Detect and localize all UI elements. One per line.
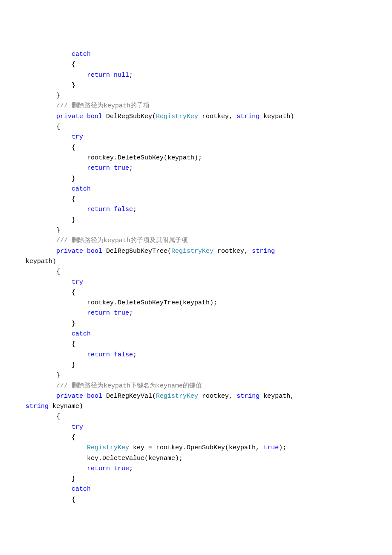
keyword-private: private [26,248,87,255]
param: keypath, [259,393,298,400]
code-line: { [26,196,75,203]
comment-text: 的子项 [130,102,150,110]
code-line: return false; [26,206,137,213]
code-line: } [26,82,75,89]
code-page: catch { return null; } } /// 删除路径为keypat… [0,0,392,555]
semicolon: ; [133,206,137,213]
method-name: DelRegSubKeyTree( [102,248,171,255]
keyword-catch: catch [26,330,91,338]
code-line: } [26,361,75,369]
code-line: private bool DelRegKeyVal(RegistryKey ro… [26,393,298,400]
keyword-string: string [236,393,259,400]
code-line: try [26,279,83,286]
code-line: catch [26,51,91,58]
code-text: ); [279,444,286,451]
comment-text: keyname [156,382,183,390]
code-line: rootkey.DeleteSubKey(keypath); [26,154,202,162]
comment-text: keypath [104,237,130,244]
keyword-try: try [26,279,83,286]
code-text: key = rootkey.OpenSubKey(keypath, [129,444,263,451]
code-line: private bool DelRegSubKeyTree(RegistryKe… [26,248,279,255]
type-registrykey: RegistryKey [156,113,198,120]
keyword-bool: bool [87,113,102,120]
code-line: } [26,175,75,182]
semicolon: ; [133,351,137,358]
code-line: /// 删除路径为keypath下键名为keyname的键值 [26,382,202,390]
comment-text: keypath [104,102,130,110]
keyword-true: true [114,465,129,472]
code-line: return false; [26,351,137,358]
code-line: key.DeleteValue(keyname); [26,455,183,462]
code-line: } [26,320,75,327]
code-line: { [26,434,75,441]
code-line: } [26,227,60,234]
param: keyname) [49,403,83,410]
code-line: return true; [26,165,133,172]
semicolon: ; [129,165,133,172]
comment-text: 的子项及其附属子项 [130,237,188,244]
param: rootkey, [198,113,236,120]
keyword-return: return [26,309,114,317]
code-line: /// 删除路径为keypath的子项 [26,102,150,110]
code-line: string keyname) [26,403,83,410]
keyword-true: true [263,444,279,451]
keyword-true: true [114,165,129,172]
code-line: } [26,372,60,379]
code-line: } [26,92,60,99]
keyword-null: null [114,72,129,79]
code-line: { [26,413,60,420]
code-line: } [26,475,75,483]
keyword-return: return [26,165,114,172]
code-line: keypath) [26,258,56,265]
param: keypath) [259,113,294,120]
code-line: { [26,123,60,130]
code-line: return true; [26,465,133,472]
indent [26,444,87,451]
keyword-bool: bool [87,393,102,400]
comment-text: 下键名为 [130,382,156,390]
keyword-try: try [26,133,83,141]
code-line: { [26,144,75,151]
keyword-catch: catch [26,185,91,193]
keyword-bool: bool [87,248,102,255]
method-name: DelRegKeyVal( [102,393,156,400]
comment-text: 的键值 [183,382,202,390]
comment-text: keypath [104,382,130,390]
type-registrykey: RegistryKey [171,248,213,255]
keyword-string: string [26,403,49,410]
keyword-false: false [114,351,133,358]
keyword-try: try [26,424,83,431]
code-line: /// 删除路径为keypath的子项及其附属子项 [26,237,188,244]
comment-slash: /// [26,102,72,110]
code-line: catch [26,185,91,193]
param: rootkey, [198,393,236,400]
code-line: { [26,341,75,348]
keyword-private: private [26,393,87,400]
code-line: { [26,289,75,296]
code-line: private bool DelRegSubKey(RegistryKey ro… [26,113,294,120]
param [275,248,279,255]
keyword-catch: catch [26,486,91,493]
code-line: return null; [26,72,133,79]
keyword-return: return [26,465,114,472]
code-line: { [26,61,75,68]
method-name: DelRegSubKey( [102,113,156,120]
keyword-private: private [26,113,87,120]
code-line: catch [26,486,91,493]
keyword-return: return [26,206,114,213]
keyword-string: string [252,248,275,255]
code-line: { [26,496,75,503]
keyword-return: return [26,351,114,358]
code-line: catch [26,330,91,338]
semicolon: ; [129,465,133,472]
keyword-catch: catch [26,51,91,58]
type-registrykey: RegistryKey [156,393,198,400]
comment-slash: /// [26,382,72,390]
code-line: { [26,268,60,275]
param: rootkey, [213,248,252,255]
comment-text: 删除路径为 [72,382,104,390]
semicolon: ; [129,72,133,79]
keyword-false: false [114,206,133,213]
comment-slash: /// [26,237,72,244]
comment-text: 删除路径为 [72,237,104,244]
